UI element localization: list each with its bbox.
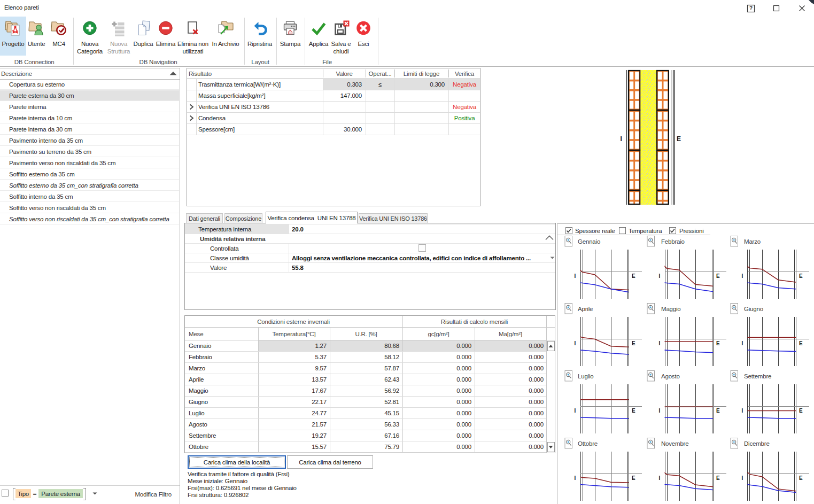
svg-text:E: E bbox=[799, 475, 803, 481]
svg-text:Aprile: Aprile bbox=[578, 306, 593, 312]
svg-text:E: E bbox=[799, 408, 803, 414]
svg-text:I: I bbox=[575, 340, 576, 346]
svg-text:Gennaio: Gennaio bbox=[578, 238, 600, 245]
svg-text:I: I bbox=[742, 475, 743, 481]
svg-text:I: I bbox=[575, 273, 576, 279]
svg-text:E: E bbox=[716, 340, 720, 346]
svg-text:E: E bbox=[799, 273, 803, 279]
svg-text:E: E bbox=[799, 340, 803, 346]
svg-text:Maggio: Maggio bbox=[661, 306, 681, 312]
svg-text:E: E bbox=[632, 475, 635, 481]
svg-text:Giugno: Giugno bbox=[744, 306, 763, 312]
svg-text:I: I bbox=[659, 273, 661, 279]
svg-text:Novembre: Novembre bbox=[661, 440, 688, 447]
svg-text:Ottobre: Ottobre bbox=[578, 440, 598, 447]
svg-text:I: I bbox=[659, 408, 661, 414]
svg-text:?: ? bbox=[749, 5, 753, 11]
svg-text:I: I bbox=[742, 340, 743, 346]
svg-text:I: I bbox=[659, 340, 661, 346]
svg-text:E: E bbox=[632, 408, 635, 414]
svg-text:Agosto: Agosto bbox=[661, 373, 680, 379]
svg-text:E: E bbox=[632, 340, 635, 346]
svg-text:I: I bbox=[742, 408, 743, 414]
svg-text:Settembre: Settembre bbox=[744, 373, 771, 379]
svg-text:Marzo: Marzo bbox=[744, 238, 761, 245]
svg-text:E: E bbox=[716, 273, 720, 279]
svg-text:Luglio: Luglio bbox=[578, 373, 594, 379]
svg-text:Dicembre: Dicembre bbox=[744, 440, 770, 447]
svg-text:I: I bbox=[575, 475, 576, 481]
svg-text:E: E bbox=[716, 408, 720, 414]
svg-text:I: I bbox=[575, 408, 576, 414]
svg-text:I: I bbox=[659, 475, 661, 481]
svg-text:I: I bbox=[742, 273, 743, 279]
svg-text:E: E bbox=[632, 273, 635, 279]
svg-text:E: E bbox=[716, 475, 720, 481]
svg-text:Febbraio: Febbraio bbox=[661, 238, 685, 245]
